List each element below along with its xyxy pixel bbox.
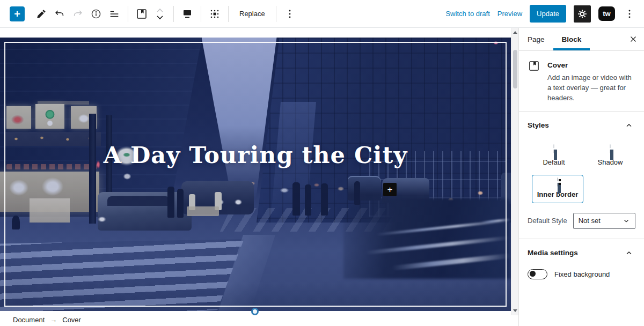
details-button[interactable] bbox=[87, 4, 105, 24]
block-options-button[interactable] bbox=[281, 4, 299, 24]
toggle-knob bbox=[530, 271, 536, 277]
mover-icons bbox=[155, 7, 165, 21]
media-settings-header: Media settings bbox=[528, 247, 635, 260]
content-position-button[interactable] bbox=[206, 4, 224, 24]
preview-button[interactable]: Preview bbox=[497, 10, 522, 18]
sidebar-tabs: Page Block bbox=[519, 28, 644, 51]
full-height-icon bbox=[181, 8, 194, 20]
cover-resize-handle[interactable] bbox=[251, 308, 259, 315]
plus-icon: + bbox=[387, 185, 393, 194]
scrollbar-thumb[interactable] bbox=[513, 50, 517, 88]
editor-scrollbar[interactable] bbox=[511, 28, 518, 315]
default-style-row: Default Style Not set bbox=[528, 213, 635, 229]
toolbar-left-group: + Replace bbox=[0, 4, 299, 24]
fixed-background-toggle[interactable] bbox=[528, 269, 547, 279]
default-style-label: Default Style bbox=[528, 217, 567, 225]
collapse-media-settings-button[interactable] bbox=[623, 247, 635, 260]
collapse-styles-button[interactable] bbox=[623, 119, 635, 132]
kebab-icon bbox=[284, 8, 296, 20]
tab-page[interactable]: Page bbox=[519, 28, 553, 50]
toolbar-separator bbox=[276, 6, 276, 22]
style-option-default[interactable]: Default bbox=[532, 145, 576, 166]
cover-title-text[interactable]: A Day Touring the City bbox=[0, 142, 511, 168]
toolbar-separator bbox=[201, 6, 201, 22]
style-option-inner-border[interactable]: Inner border bbox=[532, 175, 583, 203]
default-style-value: Not set bbox=[579, 217, 601, 225]
block-card-title: Cover bbox=[547, 61, 634, 69]
undo-icon bbox=[54, 8, 65, 20]
chevron-down-icon bbox=[623, 217, 630, 225]
style-preview-default bbox=[553, 144, 554, 153]
style-options: Default Shadow bbox=[532, 145, 635, 166]
gear-icon bbox=[577, 9, 588, 19]
toolbar-separator bbox=[173, 6, 174, 22]
editor-toolbar: + Replace bbox=[0, 0, 644, 28]
settings-button[interactable] bbox=[574, 5, 591, 23]
cover-block-icon bbox=[528, 60, 540, 103]
scroll-up-button[interactable] bbox=[511, 29, 519, 36]
cover-block[interactable]: A Day Touring the City + bbox=[0, 38, 511, 311]
undo-button[interactable] bbox=[50, 4, 69, 24]
editor-canvas: A Day Touring the City + Document → Cove… bbox=[0, 28, 511, 326]
settings-sidebar: Page Block Cover Add an image or video w… bbox=[518, 28, 644, 326]
fixed-background-label: Fixed background bbox=[554, 270, 610, 278]
styles-panel-header: Styles bbox=[528, 119, 635, 132]
close-icon bbox=[628, 34, 638, 44]
block-mover-button[interactable] bbox=[151, 4, 169, 24]
block-inserter-button[interactable]: + bbox=[10, 6, 25, 21]
cover-overlay bbox=[0, 38, 511, 311]
breadcrumb-document[interactable]: Document bbox=[13, 316, 45, 324]
redo-button[interactable] bbox=[69, 4, 87, 24]
block-card-text: Cover Add an image or video with a text … bbox=[547, 60, 634, 103]
scroll-down-button[interactable] bbox=[511, 307, 519, 314]
styles-heading: Styles bbox=[528, 121, 549, 129]
kebab-icon bbox=[624, 8, 635, 20]
user-avatar-button[interactable]: tw bbox=[598, 6, 615, 21]
tab-block[interactable]: Block bbox=[553, 28, 590, 50]
toolbar-separator bbox=[128, 6, 128, 22]
toolbar-separator bbox=[228, 6, 229, 22]
default-style-select[interactable]: Not set bbox=[573, 213, 635, 229]
redo-icon bbox=[72, 8, 84, 20]
more-options-button[interactable] bbox=[623, 4, 636, 24]
block-appender-button[interactable]: + bbox=[383, 183, 397, 196]
chevron-up-icon bbox=[625, 121, 633, 130]
toolbar-right-group: Switch to draft Preview Update tw bbox=[445, 4, 644, 24]
tools-button[interactable] bbox=[32, 4, 50, 24]
block-card: Cover Add an image or video with a text … bbox=[519, 51, 644, 111]
list-view-icon bbox=[108, 8, 120, 20]
block-card-description: Add an image or video with a text overla… bbox=[547, 73, 634, 103]
breadcrumb-cover[interactable]: Cover bbox=[62, 316, 81, 324]
breadcrumb-arrow: → bbox=[50, 316, 57, 324]
content-position-grid-icon bbox=[208, 8, 221, 20]
info-icon bbox=[90, 8, 102, 20]
full-height-toggle-button[interactable] bbox=[178, 4, 196, 24]
cover-block-type-button[interactable] bbox=[133, 4, 151, 24]
chevron-up-icon bbox=[625, 249, 633, 257]
media-settings-panel: Media settings Fixed background bbox=[519, 239, 644, 289]
replace-button[interactable]: Replace bbox=[233, 4, 272, 24]
styles-panel: Styles Default Shadow Inner border Defau… bbox=[519, 111, 644, 239]
style-option-shadow[interactable]: Shadow bbox=[588, 145, 632, 166]
cover-block-icon bbox=[135, 8, 148, 20]
media-settings-heading: Media settings bbox=[528, 249, 578, 257]
triangle-down-icon bbox=[513, 309, 517, 312]
style-preview-inner-border bbox=[557, 177, 558, 187]
breadcrumb: Document → Cover bbox=[13, 316, 81, 324]
fixed-background-row: Fixed background bbox=[528, 269, 635, 279]
close-sidebar-button[interactable] bbox=[623, 28, 644, 50]
triangle-up-icon bbox=[513, 31, 517, 34]
update-button[interactable]: Update bbox=[530, 5, 566, 23]
pencil-icon bbox=[36, 9, 47, 19]
style-preview-shadow bbox=[610, 144, 611, 153]
plus-icon: + bbox=[14, 9, 20, 19]
switch-to-draft-button[interactable]: Switch to draft bbox=[445, 10, 489, 18]
list-view-button[interactable] bbox=[105, 4, 123, 24]
